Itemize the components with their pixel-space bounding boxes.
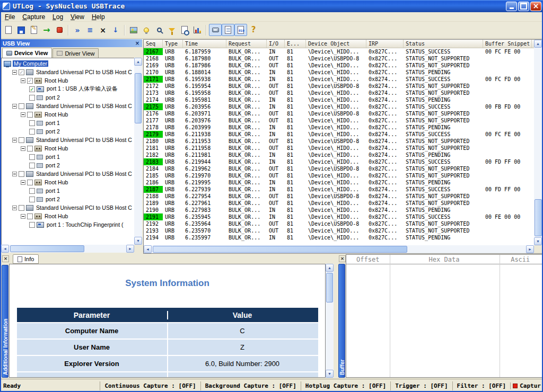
zoom-button[interactable]	[153, 24, 165, 36]
help-button[interactable]: ?	[247, 24, 260, 36]
log-row[interactable]: 2185URB6.219970BULK_OR...OUT81\Device\_H…	[144, 172, 534, 179]
scroll-track[interactable]	[134, 66, 142, 237]
checkbox[interactable]: ✓	[29, 86, 35, 92]
scroll-down-button[interactable]: ▼	[534, 237, 542, 245]
edit-log-button[interactable]	[28, 24, 40, 36]
stop-capture-button[interactable]	[53, 24, 66, 36]
usb-view-close-icon[interactable]: ×	[134, 40, 141, 47]
column-header-time[interactable]: Time	[183, 40, 226, 48]
tree-item[interactable]: port 1 : TouchChip Fingerprint (	[2, 220, 134, 229]
checkbox[interactable]	[27, 213, 33, 219]
checkbox[interactable]: ✓	[27, 78, 33, 84]
log-row[interactable]: 2172URB6.195954BULK_OR...OUT81\Device\US…	[144, 83, 534, 90]
column-header-e[interactable]: E...	[285, 40, 306, 48]
scroll-down-button[interactable]: ▼	[326, 370, 334, 378]
table-horizontal-scrollbar[interactable]: ◄ ►	[144, 245, 534, 253]
checkbox[interactable]	[29, 120, 35, 126]
expander-icon[interactable]	[21, 214, 25, 219]
checkbox[interactable]	[29, 95, 35, 101]
column-header-type[interactable]: Type	[163, 40, 183, 48]
menu-capture[interactable]: Capture	[19, 13, 49, 21]
scroll-thumb[interactable]	[326, 273, 333, 302]
tab-info[interactable]: Info	[13, 254, 39, 264]
scroll-up-button[interactable]: ▲	[134, 58, 142, 66]
table-vertical-scrollbar[interactable]: ▲ ▼	[534, 40, 542, 245]
column-header-buffersnippet[interactable]: Buffer Snippet	[483, 40, 532, 48]
log-row[interactable]: 2167URB6.187959BULK_OR...IN81\Device\_HI…	[144, 48, 534, 55]
export-log-button[interactable]: ↓	[109, 24, 122, 36]
toggle-buffer-pane-button[interactable]	[234, 24, 247, 36]
scroll-track[interactable]	[326, 272, 334, 370]
find-button[interactable]	[178, 24, 191, 36]
menu-file[interactable]: File	[1, 13, 19, 21]
expander-icon[interactable]	[21, 180, 25, 185]
tree-item[interactable]: Standard Universal PCI to USB Host C	[2, 136, 134, 144]
maximize-button[interactable]	[518, 2, 529, 11]
additional-information-strip[interactable]: Additional Information	[2, 265, 8, 378]
log-row[interactable]: 2188URB6.227954BULK_OR...OUT81\Device\US…	[144, 193, 534, 200]
menu-help[interactable]: Help	[88, 13, 109, 21]
checkbox[interactable]	[29, 197, 35, 202]
log-row[interactable]: 2194URB6.235997BULK_OR...IN81\Device\_HI…	[144, 234, 534, 241]
expander-icon[interactable]	[21, 112, 25, 117]
expander-icon[interactable]	[21, 146, 25, 151]
scroll-left-button[interactable]: ◄	[144, 245, 152, 253]
scroll-track[interactable]	[152, 245, 526, 253]
buffer-panel-close-button[interactable]: ×	[339, 255, 346, 262]
expander-icon[interactable]	[12, 70, 17, 75]
log-row[interactable]: 2187URB6.227939BULK_OR...IN81\Device\_HI…	[144, 186, 534, 193]
toggle-info-pane-button[interactable]	[222, 24, 234, 36]
tree-item[interactable]: My Computer	[2, 59, 134, 68]
column-header-deviceobject[interactable]: Device Object	[306, 40, 366, 48]
log-row[interactable]: 2176URB6.203971BULK_OR...OUT81\Device\US…	[144, 110, 534, 117]
log-row[interactable]: 2183URB6.219944BULK_OR...IN81\Device\_HI…	[144, 158, 534, 165]
log-row[interactable]: 2186URB6.219995BULK_OR...IN81\Device\_HI…	[144, 179, 534, 186]
log-row[interactable]: 2168URB6.187980BULK_OR...OUT81\Device\US…	[144, 55, 534, 62]
scroll-thumb[interactable]	[135, 73, 142, 123]
checkbox[interactable]	[29, 154, 35, 160]
tree-item[interactable]: Standard Universal PCI to USB Host C	[2, 203, 134, 212]
tree-item[interactable]: port 1	[2, 186, 134, 195]
start-capture-button[interactable]: →	[40, 24, 53, 36]
filter-button[interactable]	[165, 24, 178, 36]
scroll-down-button[interactable]: ▼	[134, 237, 142, 245]
log-row[interactable]: 2189URB6.227961BULK_OR...OUT81\Device\_H…	[144, 200, 534, 207]
column-header-seq[interactable]: Seq	[144, 40, 163, 48]
column-header-irp[interactable]: IRP	[366, 40, 404, 48]
column-header-request[interactable]: Request	[226, 40, 267, 48]
log-row[interactable]: 2169URB6.187986BULK_OR...OUT81\Device\_H…	[144, 62, 534, 69]
log-row[interactable]: 2193URB6.235970BULK_OR...OUT81\Device\_H…	[144, 227, 534, 234]
tab-device-view[interactable]: Device View	[2, 48, 52, 58]
scroll-thumb[interactable]	[153, 246, 407, 253]
menu-log[interactable]: Log	[49, 13, 67, 21]
log-row[interactable]: 2191URB6.235945BULK_OR...IN81\Device\_HI…	[144, 213, 534, 220]
log-row[interactable]: 2170URB6.188014BULK_OR...IN81\Device\_HI…	[144, 69, 534, 76]
log-row[interactable]: 2179URB6.211938BULK_OR...IN81\Device\_HI…	[144, 131, 534, 138]
checkbox[interactable]	[29, 222, 35, 228]
tree-item[interactable]: port 1	[2, 119, 134, 127]
column-header-io[interactable]: I/O	[267, 40, 285, 48]
tree-item[interactable]: Standard Universal PCI to USB Host C	[2, 102, 134, 110]
log-row[interactable]: 2171URB6.195938BULK_OR...IN81\Device\_HI…	[144, 76, 534, 83]
tip-of-day-button[interactable]	[140, 24, 153, 36]
tree-item[interactable]: port 2	[2, 93, 134, 102]
log-row[interactable]: 2180URB6.211953BULK_OR...OUT81\Device\US…	[144, 138, 534, 145]
menu-view[interactable]: View	[67, 13, 88, 21]
checkbox[interactable]: ✓	[19, 69, 24, 75]
append-mode-button[interactable]: ≡	[84, 24, 97, 36]
info-panel-close-button[interactable]: ×	[2, 255, 9, 262]
column-header-status[interactable]: Status	[404, 40, 483, 48]
tree-item[interactable]: Standard Universal PCI to USB Host C	[2, 170, 134, 178]
clear-log-button[interactable]: ×	[97, 24, 109, 36]
buffer-strip[interactable]: Buffer	[338, 264, 345, 378]
checkbox[interactable]	[27, 146, 33, 152]
checkbox[interactable]	[19, 137, 24, 143]
expander-icon[interactable]	[12, 138, 17, 142]
log-row[interactable]: 2192URB6.235964BULK_OR...OUT81\Device\US…	[144, 220, 534, 227]
checkbox[interactable]	[27, 112, 33, 118]
log-row[interactable]: 2182URB6.211981BULK_OR...IN81\Device\_HI…	[144, 152, 534, 158]
expander-icon[interactable]	[12, 104, 17, 109]
log-row[interactable]: 2181URB6.211958BULK_OR...OUT81\Device\_H…	[144, 145, 534, 152]
tree-item[interactable]: port 2	[2, 195, 134, 203]
checkbox[interactable]	[19, 205, 24, 211]
